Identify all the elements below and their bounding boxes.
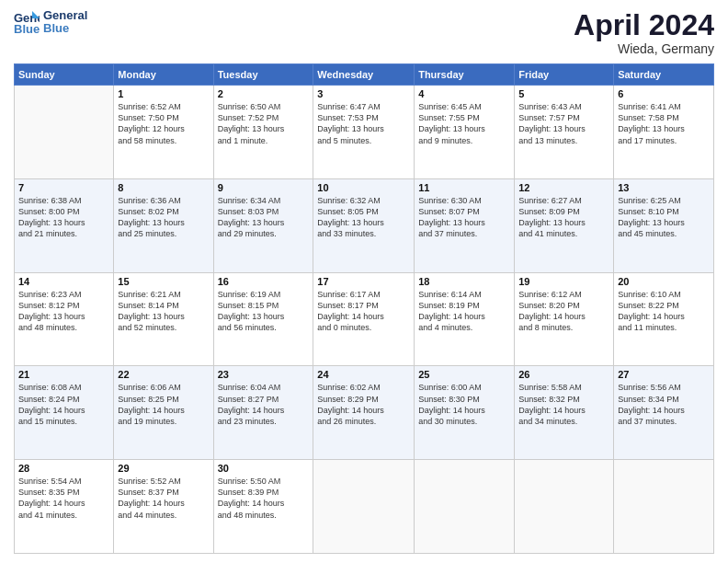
calendar-cell: 15Sunrise: 6:21 AM Sunset: 8:14 PM Dayli… xyxy=(114,272,213,366)
calendar-cell: 20Sunrise: 6:10 AM Sunset: 8:22 PM Dayli… xyxy=(614,272,714,366)
calendar-cell: 6Sunrise: 6:41 AM Sunset: 7:58 PM Daylig… xyxy=(614,86,714,179)
calendar-cell xyxy=(415,460,515,554)
day-number: 1 xyxy=(118,88,209,99)
cell-info: Sunrise: 6:45 AM Sunset: 7:55 PM Dayligh… xyxy=(418,101,510,146)
calendar-cell: 24Sunrise: 6:02 AM Sunset: 8:29 PM Dayli… xyxy=(313,366,415,460)
calendar-cell: 18Sunrise: 6:14 AM Sunset: 8:19 PM Dayli… xyxy=(415,272,515,366)
month-title: April 2024 xyxy=(574,9,714,41)
day-number: 2 xyxy=(218,88,310,99)
day-number: 14 xyxy=(18,276,109,287)
col-header-sunday: Sunday xyxy=(15,64,114,86)
col-header-saturday: Saturday xyxy=(614,64,714,86)
calendar-week-row: 7Sunrise: 6:38 AM Sunset: 8:00 PM Daylig… xyxy=(15,178,714,272)
logo-general: General xyxy=(43,9,87,22)
location: Wieda, Germany xyxy=(574,41,714,56)
calendar-cell: 19Sunrise: 6:12 AM Sunset: 8:20 PM Dayli… xyxy=(515,272,614,366)
svg-text:Blue: Blue xyxy=(14,22,40,35)
day-number: 7 xyxy=(18,182,109,193)
day-number: 4 xyxy=(418,88,510,99)
calendar-cell: 25Sunrise: 6:00 AM Sunset: 8:30 PM Dayli… xyxy=(415,366,515,460)
logo-icon: General Blue xyxy=(14,9,40,35)
title-block: April 2024 Wieda, Germany xyxy=(574,9,714,56)
col-header-thursday: Thursday xyxy=(415,64,515,86)
day-number: 26 xyxy=(518,369,609,380)
col-header-tuesday: Tuesday xyxy=(213,64,313,86)
cell-info: Sunrise: 6:06 AM Sunset: 8:25 PM Dayligh… xyxy=(118,382,209,427)
logo-blue: Blue xyxy=(43,22,87,35)
cell-info: Sunrise: 6:50 AM Sunset: 7:52 PM Dayligh… xyxy=(218,101,310,146)
cell-info: Sunrise: 6:32 AM Sunset: 8:05 PM Dayligh… xyxy=(317,195,410,240)
calendar-cell: 16Sunrise: 6:19 AM Sunset: 8:15 PM Dayli… xyxy=(213,272,313,366)
calendar-cell: 4Sunrise: 6:45 AM Sunset: 7:55 PM Daylig… xyxy=(415,86,515,179)
day-number: 9 xyxy=(218,182,310,193)
calendar-week-row: 1Sunrise: 6:52 AM Sunset: 7:50 PM Daylig… xyxy=(15,86,714,179)
calendar-cell: 28Sunrise: 5:54 AM Sunset: 8:35 PM Dayli… xyxy=(15,460,114,554)
cell-info: Sunrise: 6:00 AM Sunset: 8:30 PM Dayligh… xyxy=(418,382,510,427)
day-number: 28 xyxy=(18,463,109,474)
cell-info: Sunrise: 6:36 AM Sunset: 8:02 PM Dayligh… xyxy=(118,195,209,240)
calendar-cell xyxy=(313,460,415,554)
cell-info: Sunrise: 6:34 AM Sunset: 8:03 PM Dayligh… xyxy=(218,195,310,240)
day-number: 27 xyxy=(618,369,710,380)
calendar-cell: 26Sunrise: 5:58 AM Sunset: 8:32 PM Dayli… xyxy=(515,366,614,460)
cell-info: Sunrise: 6:21 AM Sunset: 8:14 PM Dayligh… xyxy=(118,289,209,334)
day-number: 15 xyxy=(118,276,209,287)
cell-info: Sunrise: 6:27 AM Sunset: 8:09 PM Dayligh… xyxy=(518,195,609,240)
day-number: 25 xyxy=(418,369,510,380)
calendar-cell: 2Sunrise: 6:50 AM Sunset: 7:52 PM Daylig… xyxy=(213,86,313,179)
cell-info: Sunrise: 6:02 AM Sunset: 8:29 PM Dayligh… xyxy=(317,382,410,427)
cell-info: Sunrise: 5:54 AM Sunset: 8:35 PM Dayligh… xyxy=(18,476,109,521)
cell-info: Sunrise: 6:38 AM Sunset: 8:00 PM Dayligh… xyxy=(18,195,109,240)
calendar-cell: 17Sunrise: 6:17 AM Sunset: 8:17 PM Dayli… xyxy=(313,272,415,366)
calendar-cell xyxy=(614,460,714,554)
cell-info: Sunrise: 5:56 AM Sunset: 8:34 PM Dayligh… xyxy=(618,382,710,427)
cell-info: Sunrise: 6:17 AM Sunset: 8:17 PM Dayligh… xyxy=(317,289,410,334)
day-number: 5 xyxy=(518,88,609,99)
cell-info: Sunrise: 6:19 AM Sunset: 8:15 PM Dayligh… xyxy=(218,289,310,334)
cell-info: Sunrise: 6:25 AM Sunset: 8:10 PM Dayligh… xyxy=(618,195,710,240)
day-number: 22 xyxy=(118,369,209,380)
calendar-cell: 10Sunrise: 6:32 AM Sunset: 8:05 PM Dayli… xyxy=(313,178,415,272)
day-number: 12 xyxy=(518,182,609,193)
day-number: 11 xyxy=(418,182,510,193)
cell-info: Sunrise: 6:43 AM Sunset: 7:57 PM Dayligh… xyxy=(518,101,609,146)
col-header-wednesday: Wednesday xyxy=(313,64,415,86)
cell-info: Sunrise: 5:58 AM Sunset: 8:32 PM Dayligh… xyxy=(518,382,609,427)
calendar-cell: 12Sunrise: 6:27 AM Sunset: 8:09 PM Dayli… xyxy=(515,178,614,272)
calendar-cell: 29Sunrise: 5:52 AM Sunset: 8:37 PM Dayli… xyxy=(114,460,213,554)
day-number: 16 xyxy=(218,276,310,287)
cell-info: Sunrise: 6:10 AM Sunset: 8:22 PM Dayligh… xyxy=(618,289,710,334)
cell-info: Sunrise: 6:04 AM Sunset: 8:27 PM Dayligh… xyxy=(218,382,310,427)
logo: General Blue General Blue xyxy=(14,9,87,36)
cell-info: Sunrise: 6:30 AM Sunset: 8:07 PM Dayligh… xyxy=(418,195,510,240)
header: General Blue General Blue April 2024 Wie… xyxy=(14,9,714,56)
calendar-cell: 21Sunrise: 6:08 AM Sunset: 8:24 PM Dayli… xyxy=(15,366,114,460)
day-number: 3 xyxy=(317,88,410,99)
calendar-cell: 11Sunrise: 6:30 AM Sunset: 8:07 PM Dayli… xyxy=(415,178,515,272)
page: General Blue General Blue April 2024 Wie… xyxy=(0,0,728,563)
calendar-cell: 13Sunrise: 6:25 AM Sunset: 8:10 PM Dayli… xyxy=(614,178,714,272)
day-number: 29 xyxy=(118,463,209,474)
cell-info: Sunrise: 6:52 AM Sunset: 7:50 PM Dayligh… xyxy=(118,101,209,146)
calendar-week-row: 21Sunrise: 6:08 AM Sunset: 8:24 PM Dayli… xyxy=(15,366,714,460)
calendar-cell: 27Sunrise: 5:56 AM Sunset: 8:34 PM Dayli… xyxy=(614,366,714,460)
cell-info: Sunrise: 6:23 AM Sunset: 8:12 PM Dayligh… xyxy=(18,289,109,334)
calendar-cell: 8Sunrise: 6:36 AM Sunset: 8:02 PM Daylig… xyxy=(114,178,213,272)
calendar-cell: 30Sunrise: 5:50 AM Sunset: 8:39 PM Dayli… xyxy=(213,460,313,554)
calendar-cell: 22Sunrise: 6:06 AM Sunset: 8:25 PM Dayli… xyxy=(114,366,213,460)
calendar-cell: 3Sunrise: 6:47 AM Sunset: 7:53 PM Daylig… xyxy=(313,86,415,179)
day-number: 19 xyxy=(518,276,609,287)
cell-info: Sunrise: 6:14 AM Sunset: 8:19 PM Dayligh… xyxy=(418,289,510,334)
calendar-cell xyxy=(15,86,114,179)
calendar-cell: 5Sunrise: 6:43 AM Sunset: 7:57 PM Daylig… xyxy=(515,86,614,179)
col-header-monday: Monday xyxy=(114,64,213,86)
day-number: 24 xyxy=(317,369,410,380)
calendar-cell: 23Sunrise: 6:04 AM Sunset: 8:27 PM Dayli… xyxy=(213,366,313,460)
day-number: 23 xyxy=(218,369,310,380)
day-number: 30 xyxy=(218,463,310,474)
cell-info: Sunrise: 6:41 AM Sunset: 7:58 PM Dayligh… xyxy=(618,101,710,146)
cell-info: Sunrise: 6:08 AM Sunset: 8:24 PM Dayligh… xyxy=(18,382,109,427)
calendar-cell: 7Sunrise: 6:38 AM Sunset: 8:00 PM Daylig… xyxy=(15,178,114,272)
cell-info: Sunrise: 6:47 AM Sunset: 7:53 PM Dayligh… xyxy=(317,101,410,146)
col-header-friday: Friday xyxy=(515,64,614,86)
